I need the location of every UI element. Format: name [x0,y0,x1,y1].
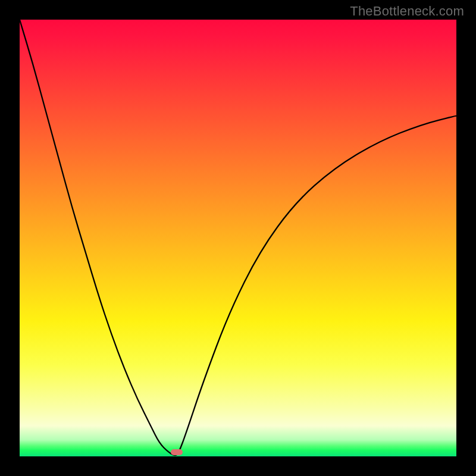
plot-area [20,20,456,456]
curve-path [20,20,456,455]
chart-frame: TheBottleneck.com [0,0,476,476]
bottleneck-curve [20,20,456,456]
attribution-text: TheBottleneck.com [350,4,464,19]
trough-marker [171,449,183,455]
